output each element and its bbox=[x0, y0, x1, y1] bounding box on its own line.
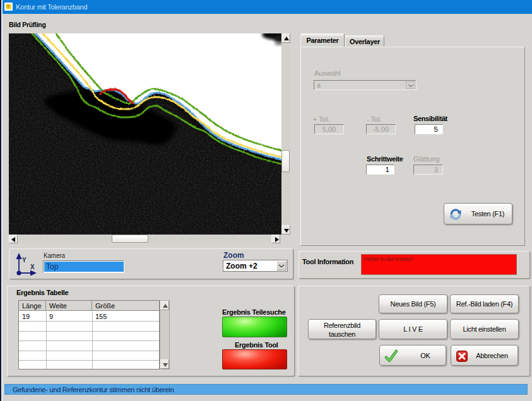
svg-text:X: X bbox=[30, 264, 35, 270]
svg-text:Y: Y bbox=[22, 257, 27, 264]
